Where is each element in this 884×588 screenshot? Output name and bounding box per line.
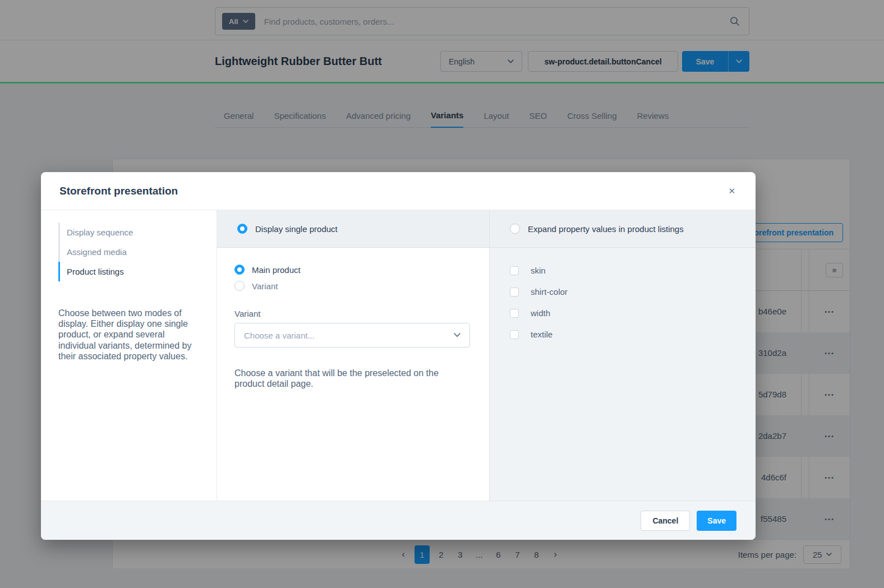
chevron-down-icon [454, 333, 461, 337]
modal-nav: Display sequence Assigned media Product … [58, 223, 217, 281]
radio-unselected-icon[interactable] [234, 281, 245, 291]
modal-body: Display sequence Assigned media Product … [41, 210, 756, 501]
property-row-width[interactable]: width [510, 308, 756, 318]
property-label: textile [531, 330, 552, 339]
modal-footer: Cancel Save [41, 501, 756, 540]
display-single-product-column: Display single product Main product Vari… [217, 210, 490, 501]
nav-item-assigned-media[interactable]: Assigned media [58, 242, 217, 262]
main-product-label: Main product [252, 265, 301, 275]
checkbox-unchecked-icon[interactable] [510, 330, 519, 339]
modal-cancel-button[interactable]: Cancel [641, 511, 690, 531]
app: All Lightweight Rubber Butter Butt Engli… [0, 0, 884, 588]
expand-option-header[interactable]: Expand property values in product listin… [490, 210, 756, 248]
variant-select-placeholder: Choose a variant... [244, 331, 315, 340]
property-row-skin[interactable]: skin [510, 266, 756, 275]
property-row-shirt-color[interactable]: shirt-color [510, 287, 756, 297]
storefront-presentation-modal: Storefront presentation ✕ Display sequen… [41, 172, 756, 540]
radio-unselected-icon[interactable] [510, 224, 520, 234]
nav-item-display-sequence[interactable]: Display sequence [58, 223, 217, 242]
main-product-radio-row[interactable]: Main product [234, 265, 489, 275]
variant-select[interactable]: Choose a variant... [234, 323, 470, 348]
single-product-option-header[interactable]: Display single product [217, 210, 489, 248]
property-label: shirt-color [531, 287, 568, 297]
nav-item-product-listings[interactable]: Product listings [58, 262, 217, 281]
expand-properties-column: Expand property values in product listin… [490, 210, 756, 501]
modal-save-button[interactable]: Save [697, 511, 736, 531]
checkbox-unchecked-icon[interactable] [510, 266, 519, 275]
modal-sidebar: Display sequence Assigned media Product … [41, 210, 217, 501]
expand-properties-body: skin shirt-color width textile [490, 248, 756, 501]
radio-selected-icon[interactable] [237, 224, 247, 234]
variant-helper-text: Choose a variant that will be the presel… [234, 368, 460, 389]
checkbox-unchecked-icon[interactable] [510, 309, 519, 318]
modal-header: Storefront presentation ✕ [41, 172, 756, 210]
property-label: skin [531, 266, 546, 275]
mode-description: Choose between two modes of display. Eit… [58, 308, 202, 362]
expand-option-label: Expand property values in product listin… [528, 224, 684, 234]
close-icon[interactable]: ✕ [728, 186, 735, 196]
property-label: width [531, 308, 550, 318]
variant-radio-row[interactable]: Variant [234, 281, 489, 291]
checkbox-unchecked-icon[interactable] [510, 288, 519, 297]
single-product-body: Main product Variant Variant Choose a va… [217, 248, 489, 501]
variant-radio-label: Variant [252, 281, 278, 291]
modal-title: Storefront presentation [59, 185, 178, 197]
variant-field-label: Variant [234, 309, 489, 318]
radio-selected-icon[interactable] [234, 265, 245, 275]
single-product-option-label: Display single product [255, 224, 338, 234]
property-row-textile[interactable]: textile [510, 330, 756, 339]
